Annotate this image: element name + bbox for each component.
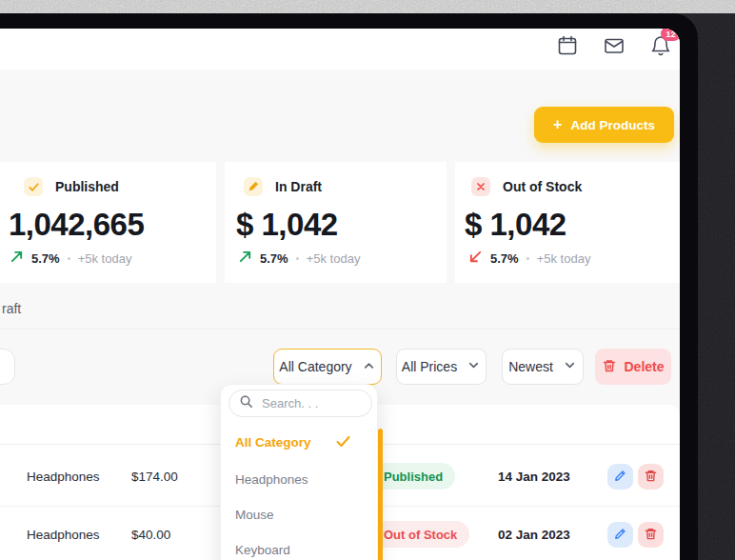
stat-label: Published: [55, 179, 119, 194]
category-select[interactable]: All Category: [273, 349, 382, 385]
notifications-button[interactable]: 12: [649, 34, 672, 57]
trend-up-icon: [238, 250, 252, 268]
chevron-up-icon: [362, 358, 376, 375]
stat-trend: 5.7% +5k today: [10, 250, 131, 268]
delete-button[interactable]: Delete: [595, 349, 671, 385]
dropdown-item-headphones[interactable]: Headphones: [235, 472, 308, 487]
trash-icon: [644, 527, 658, 544]
dot-separator: [68, 257, 70, 260]
stat-card-header: In Draft: [244, 177, 322, 196]
dropdown-item-all-category[interactable]: All Category: [235, 435, 311, 450]
check-icon: [24, 177, 43, 196]
search-icon: [239, 394, 253, 412]
stat-delta: 5.7%: [31, 251, 60, 266]
dropdown-search-input[interactable]: [260, 395, 359, 411]
edit-row-button[interactable]: [607, 464, 633, 490]
topbar-icons: 12: [556, 34, 672, 57]
notification-badge: 12: [661, 29, 680, 41]
stat-label: Out of Stock: [503, 179, 582, 194]
calendar-button[interactable]: [556, 34, 579, 57]
sort-select-value: Newest: [508, 359, 553, 374]
stat-card-in-draft: In Draft $ 1,042 5.7% +5k today: [225, 162, 447, 283]
add-products-label: Add Products: [570, 118, 655, 132]
dropdown-scrollbar[interactable]: [378, 429, 383, 560]
chevron-down-icon: [563, 358, 577, 375]
dropdown-search-box: [228, 390, 372, 417]
calendar-icon: [556, 46, 579, 60]
bell-icon: [649, 46, 672, 60]
stat-card-header: Out of Stock: [471, 177, 582, 196]
stat-card-published: Published 1,042,665 5.7% +5k today: [0, 162, 216, 283]
status-badge: Out of Stock: [371, 521, 469, 548]
chevron-down-icon: [467, 358, 481, 375]
dropdown-item-keyboard[interactable]: Keyboard: [235, 543, 290, 557]
category-select-value: All Category: [279, 359, 351, 374]
dot-separator: [526, 257, 529, 260]
prices-select-value: All Prices: [402, 359, 457, 374]
stat-note: +5k today: [78, 251, 132, 266]
app-window: 12 + Add Products Published 1,042,665: [0, 29, 680, 560]
x-icon: [471, 177, 490, 196]
cell-price: $174.00: [131, 470, 178, 484]
pencil-icon: [244, 177, 263, 196]
dropdown-item-mouse[interactable]: Mouse: [235, 508, 274, 522]
stat-note: +5k today: [307, 251, 361, 266]
delete-row-button[interactable]: [638, 464, 664, 490]
stat-trend: 5.7% +5k today: [238, 250, 360, 268]
edit-pencil-icon: [613, 469, 627, 486]
stat-card-out-of-stock: Out of Stock $ 1,042 5.7% +5k today: [455, 162, 680, 283]
tab-draft-partial[interactable]: raft: [2, 301, 21, 316]
topbar: 12: [0, 29, 680, 70]
delete-row-button[interactable]: [638, 522, 664, 548]
screenshot-stage: 12 + Add Products Published 1,042,665: [0, 0, 735, 560]
mail-button[interactable]: [603, 34, 626, 57]
cell-category: Headphones: [27, 470, 100, 484]
backdrop-top-band: [0, 0, 735, 13]
app-window-frame: 12 + Add Products Published 1,042,665: [0, 13, 698, 560]
check-icon: [335, 434, 351, 452]
stat-value: $ 1,042: [465, 206, 566, 244]
cell-created: 14 Jan 2023: [498, 470, 570, 484]
edit-pencil-icon: [613, 527, 627, 544]
mail-icon: [603, 46, 626, 60]
stat-trend: 5.7% +5k today: [468, 250, 590, 268]
cell-price: $40.00: [131, 528, 170, 542]
stat-delta: 5.7%: [260, 251, 288, 266]
tabs-divider: [0, 329, 680, 330]
stat-value: $ 1,042: [236, 206, 338, 244]
add-products-button[interactable]: + Add Products: [534, 107, 674, 143]
dot-separator: [296, 257, 299, 260]
stat-card-header: Published: [24, 177, 119, 196]
cell-category: Headphones: [27, 528, 100, 542]
delete-button-label: Delete: [624, 359, 664, 374]
status-badge: Published: [371, 463, 455, 490]
edit-row-button[interactable]: [607, 522, 633, 548]
trend-down-icon: [468, 250, 483, 268]
trend-up-icon: [10, 250, 24, 268]
category-dropdown-panel: All Category Headphones Mouse Keyboard: [220, 384, 378, 560]
trash-icon: [644, 469, 658, 486]
stat-note: +5k today: [537, 251, 591, 266]
plus-icon: +: [553, 117, 562, 132]
stat-delta: 5.7%: [490, 251, 519, 266]
search-input-partial[interactable]: [0, 349, 15, 385]
cell-created: 02 Jan 2023: [498, 528, 570, 542]
sort-select[interactable]: Newest: [502, 349, 584, 385]
stat-value: 1,042,665: [9, 206, 144, 244]
prices-select[interactable]: All Prices: [396, 349, 487, 385]
stat-label: In Draft: [275, 179, 322, 194]
trash-icon: [602, 358, 617, 376]
